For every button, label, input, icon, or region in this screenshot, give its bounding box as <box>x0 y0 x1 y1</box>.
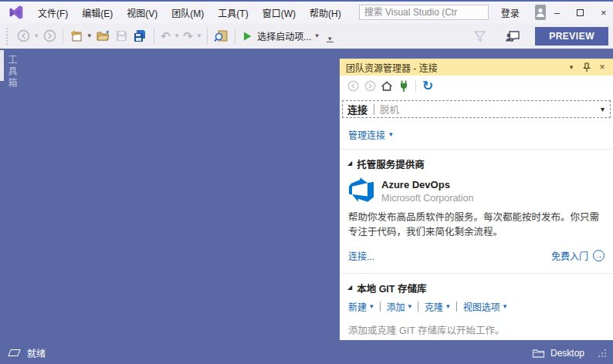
new-project-button[interactable] <box>67 27 86 46</box>
redo-icon: ↷ <box>183 30 193 42</box>
navigate-forward-button[interactable] <box>41 27 59 46</box>
toolbar-separator <box>235 29 235 44</box>
chevron-down-icon: ▾ <box>408 303 412 310</box>
get-started-group[interactable]: 免费入门 → <box>551 249 605 262</box>
azure-devops-card: Azure DevOps Microsoft Corporation <box>349 177 605 204</box>
toolbar-separator <box>63 29 63 44</box>
manage-connections-link[interactable]: 管理连接 <box>348 128 385 141</box>
panel-pin-button[interactable] <box>579 60 594 74</box>
git-view-options-link[interactable]: 视图选项 <box>463 300 500 313</box>
menu-team[interactable]: 团队(M) <box>164 3 211 22</box>
git-clone-link[interactable]: 克隆 <box>425 300 443 313</box>
redo-button[interactable]: ↷ <box>181 27 195 46</box>
chevron-down-icon: ▾ <box>503 303 507 310</box>
start-debug-button[interactable]: 选择启动项... ▾ <box>239 29 322 42</box>
save-all-icon <box>133 29 147 42</box>
connect-page-combobox[interactable]: 连接 脱机 ▾ <box>342 100 611 118</box>
team-explorer-toolbar: ↻ <box>340 76 613 96</box>
person-icon <box>535 7 546 18</box>
resize-grip[interactable] <box>598 349 607 358</box>
back-circle-icon <box>17 29 30 42</box>
git-clone-button[interactable]: 克隆 ▾ <box>425 300 450 313</box>
minimize-button[interactable]: – <box>546 4 569 21</box>
menu-window[interactable]: 窗口(W) <box>256 3 303 22</box>
hosted-providers-label: 托管服务提供商 <box>357 157 425 171</box>
search-input[interactable] <box>359 5 489 20</box>
panel-menu-dropdown[interactable]: ▾ <box>564 60 579 74</box>
chevron-down-icon: ▾ <box>570 64 574 71</box>
filter-button[interactable] <box>471 27 489 46</box>
menu-help[interactable]: 帮助(H) <box>303 3 348 22</box>
menu-edit[interactable]: 编辑(E) <box>75 3 120 22</box>
team-explorer-title: 团队资源管理器 - 连接 <box>346 61 564 74</box>
te-refresh-button[interactable]: ↻ <box>419 78 436 95</box>
desktop-folder-icon <box>532 348 545 359</box>
te-connect-button[interactable] <box>395 78 412 95</box>
save-icon <box>115 29 128 42</box>
chevron-down-icon[interactable]: ▾ <box>598 105 607 113</box>
git-new-link[interactable]: 新建 <box>348 300 367 313</box>
feedback-button[interactable] <box>503 27 523 46</box>
home-icon <box>381 80 393 92</box>
hosted-providers-section-header[interactable]: ◢ 托管服务提供商 <box>347 157 605 171</box>
redo-dropdown[interactable]: ▾ <box>195 27 204 46</box>
plug-icon <box>398 80 409 92</box>
menu-view[interactable]: 视图(V) <box>120 3 164 22</box>
user-avatar[interactable] <box>535 5 546 20</box>
menu-tools[interactable]: 工具(T) <box>211 3 255 22</box>
team-explorer-header[interactable]: 团队资源管理器 - 连接 ▾ × <box>340 59 613 76</box>
refresh-icon: ↻ <box>422 79 433 93</box>
chevron-down-icon: ▾ <box>175 32 179 39</box>
git-view-options-button[interactable]: 视图选项 ▾ <box>463 300 507 313</box>
toolbar-drag-grip[interactable] <box>6 28 10 45</box>
status-right-group[interactable]: Desktop <box>532 348 607 359</box>
te-home-button[interactable] <box>378 78 395 95</box>
save-button[interactable] <box>113 27 130 46</box>
toolbox-tab[interactable]: 工具箱 <box>0 50 21 89</box>
forward-circle-icon <box>364 80 376 92</box>
toolbar-separator <box>154 29 154 44</box>
find-in-files-button[interactable] <box>212 27 231 46</box>
undo-dropdown[interactable]: ▾ <box>173 27 181 46</box>
connect-link[interactable]: 连接... <box>348 249 374 262</box>
chevron-down-icon[interactable]: ▾ <box>389 131 393 138</box>
chevron-down-icon: ▾ <box>370 303 374 310</box>
undo-button[interactable]: ↶ <box>158 27 173 46</box>
play-icon <box>242 31 252 42</box>
get-started-link[interactable]: 免费入门 <box>551 249 588 262</box>
toolbar-separator <box>415 80 416 93</box>
git-add-link[interactable]: 添加 <box>387 300 405 313</box>
menu-file[interactable]: 文件(F) <box>31 3 75 22</box>
toolbar-right-group: PREVIEW <box>471 27 608 46</box>
navigate-back-button[interactable] <box>15 27 32 46</box>
chevron-down-icon: ▾ <box>198 32 202 39</box>
find-in-files-icon <box>214 29 229 42</box>
toolbox-tab-label: 工具箱 <box>4 50 21 89</box>
hosted-links-row: 连接... 免费入门 → <box>348 249 605 262</box>
te-forward-button[interactable] <box>361 78 378 95</box>
close-button[interactable]: × <box>592 4 613 21</box>
azure-devops-logo-icon <box>349 177 374 202</box>
local-git-section-header[interactable]: ◢ 本地 GIT 存储库 <box>347 281 605 295</box>
preview-badge-button[interactable]: PREVIEW <box>535 27 608 46</box>
git-add-button[interactable]: 添加 ▾ <box>387 300 412 313</box>
undo-icon: ↶ <box>161 30 171 42</box>
git-new-button[interactable]: 新建 ▾ <box>348 300 374 313</box>
combo-page-label: 连接 <box>347 102 367 116</box>
te-back-button[interactable] <box>344 78 361 95</box>
combo-divider <box>374 104 374 115</box>
open-file-button[interactable] <box>93 27 113 46</box>
pin-icon <box>582 62 591 72</box>
maximize-button[interactable] <box>569 4 592 21</box>
toolbar-options-button[interactable]: ▾ <box>327 35 334 42</box>
filter-funnel-icon <box>473 30 486 42</box>
sign-in-button[interactable]: 登录 <box>496 4 524 22</box>
link-separator <box>418 302 418 312</box>
provider-company: Microsoft Corporation <box>381 193 474 204</box>
save-all-button[interactable] <box>130 27 150 46</box>
ready-status-icon <box>8 349 21 356</box>
navigate-back-dropdown[interactable]: ▾ <box>32 27 41 46</box>
chevron-down-icon: ▾ <box>446 303 450 310</box>
panel-close-button[interactable]: × <box>594 60 610 74</box>
new-project-dropdown[interactable]: ▾ <box>86 27 94 46</box>
